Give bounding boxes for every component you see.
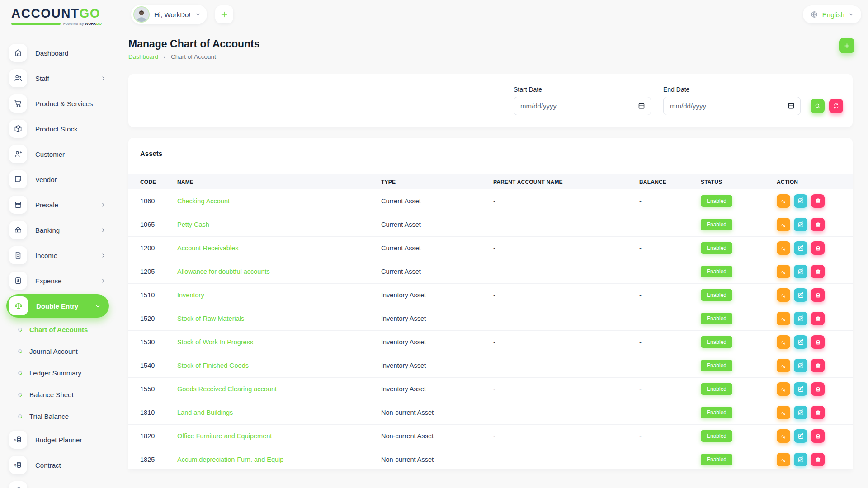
ledger-button[interactable] [777, 406, 790, 419]
sidebar-item-presale[interactable]: Presale [0, 192, 118, 217]
quick-add-button[interactable] [215, 5, 233, 23]
sidebar-item-dashboard[interactable]: Dashboard [0, 40, 118, 66]
account-name-link[interactable]: Land and Buildings [177, 409, 233, 416]
ledger-button[interactable] [777, 382, 790, 396]
start-date-input[interactable] [514, 97, 651, 115]
activity-wave-icon [780, 362, 787, 369]
sidebar-item-expense[interactable]: Expense [0, 268, 118, 293]
ledger-button[interactable] [777, 218, 790, 231]
sidebar-item-product-services[interactable]: Product & Services [0, 91, 118, 116]
account-name-link[interactable]: Account Receivables [177, 244, 238, 252]
cell-balance: - [639, 283, 701, 307]
account-name-link[interactable]: Allowance for doubtful accounts [177, 268, 270, 275]
scale-icon [9, 296, 28, 315]
account-name-link[interactable]: Inventory [177, 291, 204, 299]
ledger-button[interactable] [777, 429, 790, 443]
chevron-right-icon [100, 75, 106, 81]
ledger-button[interactable] [777, 335, 790, 349]
sidebar-subitem-label: Chart of Accounts [29, 326, 88, 333]
sidebar-subitem-balance-sheet[interactable]: Balance Sheet [0, 384, 118, 405]
edit-button[interactable] [794, 429, 807, 443]
edit-button[interactable] [794, 382, 807, 396]
cell-type: Inventory Asset [381, 307, 493, 330]
trash-icon [815, 456, 821, 463]
edit-button[interactable] [794, 406, 807, 419]
sidebar-item-budget-planner[interactable]: $Budget Planner [0, 427, 118, 452]
ledger-button[interactable] [777, 359, 790, 372]
status-badge: Enabled [701, 454, 732, 465]
account-name-link[interactable]: Petty Cash [177, 221, 209, 228]
sidebar-subitem-trial-balance[interactable]: Trial Balance [0, 405, 118, 427]
account-name-link[interactable]: Stock of Finished Goods [177, 362, 249, 369]
reset-button[interactable] [829, 99, 843, 113]
account-name-link[interactable]: Goods Received Clearing account [177, 385, 277, 393]
edit-button[interactable] [794, 288, 807, 302]
end-date-input[interactable] [663, 97, 801, 115]
edit-button[interactable] [794, 194, 807, 208]
sidebar-item-product-stock[interactable]: Product Stock [0, 116, 118, 141]
account-name-link[interactable]: Checking Account [177, 197, 230, 205]
sidebar-item-item[interactable]: $ [0, 478, 118, 488]
delete-button[interactable] [811, 382, 825, 396]
sidebar-subitem-ledger-summary[interactable]: Ledger Summary [0, 362, 118, 384]
sidebar-subitem-chart-of-accounts[interactable]: Chart of Accounts [0, 319, 118, 340]
table-row: 1825Accum.depreciation-Furn. and EquipNo… [128, 448, 853, 469]
sidebar-item-label: Vendor [35, 176, 106, 183]
box-icon [9, 120, 27, 138]
coins-icon: $ [9, 481, 27, 488]
sidebar-item-contract[interactable]: $Contract [0, 452, 118, 478]
create-account-button[interactable] [839, 38, 854, 53]
sidebar-subitem-journal-account[interactable]: Journal Account [0, 340, 118, 362]
breadcrumb-dashboard-link[interactable]: Dashboard [128, 53, 158, 60]
app-logo: ACCOUNTGO Powered By WORKDO [0, 0, 118, 26]
delete-button[interactable] [811, 194, 825, 208]
delete-button[interactable] [811, 241, 825, 255]
delete-button[interactable] [811, 265, 825, 278]
language-selector[interactable]: English [803, 5, 861, 23]
bullet-ring-icon [17, 413, 23, 419]
refresh-icon [833, 103, 840, 109]
ledger-button[interactable] [777, 265, 790, 278]
page-title: Manage Chart of Accounts [128, 38, 260, 50]
delete-button[interactable] [811, 406, 825, 419]
sidebar-item-banking[interactable]: Banking [0, 217, 118, 243]
row-actions [777, 382, 839, 396]
sidebar-item-vendor[interactable]: Vendor [0, 167, 118, 192]
delete-button[interactable] [811, 288, 825, 302]
plus-icon [843, 42, 851, 50]
search-button[interactable] [811, 99, 825, 113]
delete-button[interactable] [811, 335, 825, 349]
globe-icon [810, 10, 818, 19]
ledger-button[interactable] [777, 241, 790, 255]
delete-button[interactable] [811, 359, 825, 372]
edit-button[interactable] [794, 265, 807, 278]
edit-button[interactable] [794, 335, 807, 349]
account-name-link[interactable]: Office Furniture and Equipement [177, 432, 272, 440]
ledger-button[interactable] [777, 288, 790, 302]
delete-button[interactable] [811, 218, 825, 231]
edit-button[interactable] [794, 312, 807, 325]
edit-button[interactable] [794, 453, 807, 466]
edit-button[interactable] [794, 218, 807, 231]
account-name-link[interactable]: Stock of Raw Materials [177, 315, 244, 322]
delete-button[interactable] [811, 429, 825, 443]
activity-wave-icon [780, 197, 787, 204]
delete-button[interactable] [811, 453, 825, 466]
user-menu[interactable]: Hi, WorkDo! [131, 5, 207, 24]
sidebar-item-customer[interactable]: Customer [0, 141, 118, 167]
status-badge: Enabled [701, 336, 732, 348]
ledger-button[interactable] [777, 453, 790, 466]
cell-parent-account: - [493, 354, 639, 377]
sidebar-item-staff[interactable]: Staff [0, 66, 118, 91]
account-name-link[interactable]: Accum.depreciation-Furn. and Equip [177, 456, 283, 463]
delete-button[interactable] [811, 312, 825, 325]
ledger-button[interactable] [777, 312, 790, 325]
sidebar-item-double-entry[interactable]: Double Entry [6, 294, 109, 318]
ledger-button[interactable] [777, 194, 790, 208]
account-name-link[interactable]: Stock of Work In Progress [177, 338, 253, 346]
edit-button[interactable] [794, 359, 807, 372]
cell-balance: - [639, 354, 701, 377]
cell-code: 1530 [128, 330, 177, 354]
edit-button[interactable] [794, 241, 807, 255]
sidebar-item-income[interactable]: Income [0, 243, 118, 268]
